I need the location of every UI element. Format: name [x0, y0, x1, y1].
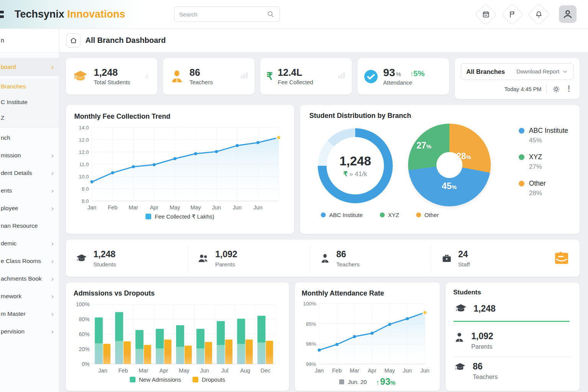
legend-item-xyz: XYZ 27% — [519, 153, 568, 171]
attendance-legend-swatch — [339, 379, 344, 384]
svg-text:Feb: Feb — [108, 204, 118, 211]
alert-icon[interactable]: ! — [566, 84, 572, 94]
distribution-title: Student Distribution by Branch — [309, 112, 570, 120]
sidebar-item-student-details[interactable]: dent Details › — [0, 164, 59, 182]
stat-card-fee-collected: ₹ 12.4L Fee Collected — [260, 58, 352, 95]
svg-text:Mar: Mar — [350, 368, 359, 374]
branch-selector[interactable]: All Branches Download Report — [461, 63, 573, 80]
messages-button[interactable] — [501, 3, 524, 25]
people-icon — [197, 253, 210, 264]
green-divider — [453, 321, 570, 322]
svg-text:12.0: 12.0 — [79, 137, 89, 143]
sidebar-item-employee[interactable]: ployee › — [0, 199, 59, 217]
svg-text:Feb: Feb — [118, 368, 128, 374]
calendar-button[interactable] — [475, 3, 497, 25]
admissions-legend-dropouts: Dropouts — [193, 376, 225, 383]
user-icon — [562, 8, 573, 20]
svg-text:20%: 20% — [79, 346, 90, 352]
svg-text:8.0: 8.0 — [82, 198, 89, 204]
mid-stat-parents: 1,092Parents — [187, 245, 309, 272]
graduation-cap-icon — [453, 302, 469, 315]
sidebar-item-academic[interactable]: demic › — [0, 235, 59, 252]
sidebar-item-exam-master[interactable]: m Master › — [0, 305, 59, 323]
svg-text:99%: 99% — [306, 361, 316, 367]
parents-row: 1,092 Parents — [453, 327, 572, 354]
svg-text:Jan: Jan — [87, 204, 96, 211]
svg-text:12.0: 12.0 — [79, 149, 89, 155]
admissions-panel: Admissions vs Dropouts 100%80%60%20%0%Ja… — [66, 283, 289, 391]
svg-text:Apr: Apr — [368, 368, 377, 374]
gear-icon[interactable] — [552, 85, 561, 94]
top-header: Techsynix Innovations — [0, 0, 588, 29]
fee-trend-title: Monthly Fee Collection Trend — [74, 113, 286, 121]
sidebar-item-homework[interactable]: mework › — [0, 287, 59, 305]
sidebar-item-dashboard[interactable]: board › — [0, 58, 59, 76]
logo-accent: Innovations — [67, 8, 126, 20]
branch-selector-card: All Branches Download Report Today 4:45 … — [455, 58, 580, 99]
donut-label-other: 28% — [456, 151, 471, 162]
timestamp: Today 4:45 PM — [505, 86, 542, 92]
mini-bars-icon — [336, 70, 346, 80]
home-icon — [70, 37, 77, 44]
notifications-button[interactable] — [528, 3, 550, 25]
sidebar-item-abc-institute[interactable]: C Institute — [0, 94, 59, 110]
briefcase-icon — [441, 253, 453, 264]
person-dark-icon — [453, 331, 466, 350]
svg-text:May: May — [179, 368, 189, 374]
svg-text:Jan: Jan — [98, 368, 107, 374]
search-icon[interactable] — [266, 10, 275, 18]
logo-mark-icon — [0, 11, 4, 18]
svg-text:100%: 100% — [76, 301, 90, 307]
profile-button[interactable] — [559, 5, 577, 23]
page-title: All Branch Dashboard — [85, 36, 166, 45]
sidebar-item-attachments-book[interactable]: achments Book › — [0, 270, 59, 287]
sidebar-item-admission[interactable]: mission › — [0, 147, 59, 164]
svg-text:Mar: Mar — [129, 204, 138, 211]
admissions-title: Admissions vs Dropouts — [74, 289, 281, 297]
svg-text:100%: 100% — [303, 301, 316, 307]
students-summary-panel: Students 1,248 1,092 — [446, 283, 580, 391]
rupee-icon: ₹ — [266, 70, 273, 82]
svg-text:Dec: Dec — [261, 368, 271, 374]
sidebar-top-fragment: n — [0, 29, 59, 52]
attendance-delta: ↑5% — [410, 69, 425, 78]
search-input[interactable] — [179, 11, 266, 18]
svg-text:May: May — [384, 368, 395, 374]
svg-text:May: May — [190, 204, 201, 211]
svg-text:Aug: Aug — [240, 368, 250, 374]
svg-text:Jun: Jun — [200, 368, 209, 374]
sidebar-item-class-rooms[interactable]: e Class Rooms › — [0, 252, 59, 270]
app-logo: Techsynix Innovations — [15, 8, 125, 20]
sidebar-item-branch[interactable]: nch — [0, 129, 59, 147]
home-button[interactable] — [66, 33, 80, 47]
sidebar-item-branches[interactable]: Branches — [0, 78, 59, 94]
bell-icon — [535, 10, 543, 18]
stat-card-attendance: 93 % ↑5% Attendance — [358, 58, 449, 95]
search-box[interactable] — [174, 7, 280, 22]
sidebar-item-human-resource[interactable]: nan Resource — [0, 217, 59, 235]
svg-text:Jun: Jun — [233, 204, 242, 211]
fee-trend-chart: 14.012.012.011.010.08.08.0JanFebMarAprMa… — [74, 124, 286, 212]
sidebar-item-supervision[interactable]: pervision › — [0, 323, 59, 340]
svg-text:Apr: Apr — [150, 204, 158, 211]
chevron-down-icon — [562, 69, 568, 75]
distribution-legend-bottom: ABC Institute XYZ Other — [321, 212, 570, 218]
distribution-legend: ABC Institute 45% XYZ 27% Other 28% — [519, 124, 570, 197]
inbox-icon — [553, 250, 570, 266]
attendance-chart: 100%85%96%99%JanFebMarAprMayJunJun — [302, 300, 432, 376]
attendance-panel: Monthly Attendance Rate 100%85%96%99%Jan… — [295, 283, 440, 391]
svg-text:96%: 96% — [306, 341, 316, 347]
sidebar-item-events[interactable]: ents › — [0, 182, 59, 199]
admissions-legend-new: New Admissions — [130, 376, 181, 383]
donut-label-xyz: 27% — [416, 140, 431, 151]
mini-bars-icon — [239, 70, 249, 80]
download-report-button[interactable]: Download Report — [516, 69, 559, 75]
sidebar-item-xyz[interactable]: Z — [0, 110, 59, 126]
divider — [546, 85, 547, 93]
svg-text:60%: 60% — [79, 331, 90, 337]
svg-text:85%: 85% — [306, 321, 316, 327]
mini-chart-icon — [142, 70, 152, 80]
sidebar-branches-group: Branches C Institute Z — [0, 78, 59, 127]
ring-total-value: 1,248 — [340, 154, 371, 168]
svg-text:Mar: Mar — [139, 368, 148, 374]
